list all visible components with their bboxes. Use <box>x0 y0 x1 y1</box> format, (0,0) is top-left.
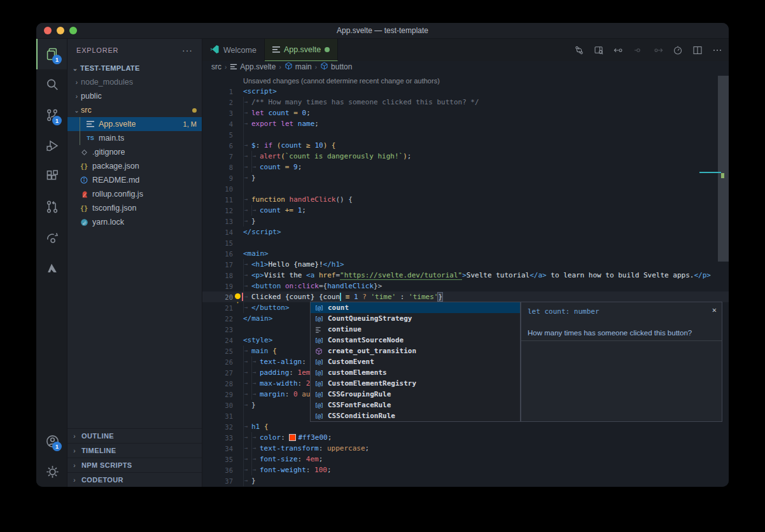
symbol-variable-icon: [@] <box>313 316 325 322</box>
step-forward-icon[interactable] <box>650 43 666 58</box>
editor-scrollbar[interactable] <box>718 76 729 262</box>
section-codetour[interactable]: ›CODETOUR <box>67 472 202 487</box>
activity-source-control[interactable]: 1 <box>36 100 67 130</box>
vscode-logo-icon <box>210 45 220 56</box>
unsaved-dot-icon[interactable] <box>325 47 330 52</box>
code-line-3[interactable]: 3→let count = 0; <box>202 108 729 118</box>
code-line-8[interactable]: 8→→count = 9; <box>202 162 729 172</box>
tree-item-public[interactable]: ›public <box>67 89 202 103</box>
code-line-19[interactable]: 19→<button on:click={handleClick}> <box>202 281 729 291</box>
activity-accounts[interactable]: 1 <box>36 426 67 456</box>
more-actions-icon[interactable]: ··· <box>182 45 193 55</box>
code-line-7[interactable]: 7→→alert(`count is dangerously high!`); <box>202 151 729 162</box>
activity-run-debug[interactable] <box>36 130 67 161</box>
suggestion-constantsourcenode[interactable]: [@]ConstantSourceNode <box>311 335 520 346</box>
code-line-9[interactable]: 9→} <box>202 172 729 183</box>
suggestion-customelementregistry[interactable]: [@]CustomElementRegistry <box>311 378 520 389</box>
section-outline[interactable]: ›OUTLINE <box>67 428 202 443</box>
activity-extensions[interactable] <box>36 161 67 192</box>
code-line-35[interactable]: 35→→font-size: 4em; <box>202 454 729 465</box>
tree-item-rollup-config-js[interactable]: rollup.config.js <box>67 187 202 201</box>
activity-github-pull-request[interactable] <box>36 192 67 222</box>
tree-item-yarn-lock[interactable]: yarn.lock <box>67 215 202 229</box>
tree-item--gitignore[interactable]: .gitignore <box>67 145 202 159</box>
step-back-icon[interactable] <box>611 43 626 58</box>
suggestion-customevent[interactable]: [@]CustomEvent <box>311 356 520 367</box>
code-line-18[interactable]: 18→<p>Visit the <a href="https://svelte.… <box>202 270 729 281</box>
file-label: tsconfig.json <box>92 204 136 213</box>
code-line-12[interactable]: 12→→count += 1; <box>202 205 729 216</box>
activity-explorer[interactable]: 1 <box>36 39 67 69</box>
activity-live-share[interactable] <box>36 222 67 253</box>
tab-welcome[interactable]: Welcome <box>202 39 265 61</box>
code-line-10[interactable]: 10 <box>202 183 729 194</box>
record-icon[interactable] <box>631 43 646 58</box>
suggestion-cssconditionrule[interactable]: [@]CSSConditionRule <box>311 410 520 421</box>
more-actions-icon[interactable] <box>710 43 725 58</box>
suggestion-signature: let count: number <box>528 307 600 316</box>
code-editor[interactable]: Unsaved changes (cannot determine recent… <box>202 73 729 487</box>
code-line-4[interactable]: 4→export let name; <box>202 118 729 129</box>
suggestion-continue[interactable]: continue <box>311 324 520 335</box>
suggestion-create_out_transition[interactable]: create_out_transition <box>311 346 520 356</box>
activity-settings[interactable] <box>36 456 67 487</box>
code-line-33[interactable]: 33→→color: #ff3e00; <box>202 432 729 443</box>
close-window-button[interactable] <box>44 27 52 34</box>
tree-item-package-json[interactable]: {}package.json <box>67 159 202 173</box>
code-line-2[interactable]: 2→/** How many times has someone clicked… <box>202 97 729 108</box>
section-timeline[interactable]: ›TIMELINE <box>67 443 202 458</box>
section-npm-scripts[interactable]: ›NPM SCRIPTS <box>67 458 202 472</box>
timer-icon[interactable] <box>670 43 685 58</box>
suggestion-countqueuingstrategy[interactable]: [@]CountQueuingStrategy <box>311 313 520 324</box>
breadcrumb-src[interactable]: src <box>211 62 221 71</box>
code-line-17[interactable]: 17→<h1>Hello {name}!</h1> <box>202 259 729 270</box>
live-share-icon <box>45 230 59 244</box>
split-editor-icon[interactable] <box>690 43 705 58</box>
file-label: .gitignore <box>92 148 125 157</box>
tab-label: App.svelte <box>284 45 321 54</box>
minimize-window-button[interactable] <box>57 27 64 34</box>
close-icon[interactable]: ✕ <box>712 305 717 314</box>
line-number: 23 <box>202 326 233 333</box>
code-line-32[interactable]: 32→h1 { <box>202 421 729 432</box>
activity-search[interactable] <box>36 69 67 100</box>
tree-item-main-ts[interactable]: TSmain.ts <box>67 131 202 145</box>
code-line-6[interactable]: 6→$: if (count ≥ 10) { <box>202 140 729 151</box>
symbol-variable-icon: [@] <box>313 391 325 398</box>
open-preview-icon[interactable] <box>591 43 607 58</box>
tree-item-node-modules[interactable]: ›node_modules <box>67 75 202 89</box>
code-line-13[interactable]: 13→} <box>202 216 729 227</box>
suggestion-customelements[interactable]: [@]customElements <box>311 367 520 378</box>
breadcrumb-button[interactable]: button <box>320 62 352 72</box>
chevron-right-icon: › <box>67 447 81 454</box>
suggestion-count[interactable]: [@]count <box>311 302 520 313</box>
code-line-1[interactable]: 1<script> <box>202 86 729 97</box>
svelte-file-icon <box>85 119 95 129</box>
suggestion-cssgroupingrule[interactable]: [@]CSSGroupingRule <box>311 389 520 400</box>
code-line-20[interactable]: 20→Clicked {count} {coun ≡ 1 ? 'time' : … <box>202 291 729 302</box>
tab-app-svelte[interactable]: App.svelte <box>265 39 338 61</box>
lightbulb-icon[interactable] <box>235 293 241 299</box>
code-line-5[interactable]: 5 <box>202 129 729 140</box>
breadcrumb-main[interactable]: main <box>284 62 312 72</box>
tree-item-src[interactable]: ⌄src <box>67 103 202 117</box>
azure-icon <box>45 261 59 275</box>
project-root-row[interactable]: ⌄ TEST-TEMPLATE <box>67 61 202 75</box>
code-line-36[interactable]: 36→→font-weight: 100; <box>202 465 729 475</box>
activity-azure[interactable] <box>36 253 67 283</box>
breadcrumb-app-svelte[interactable]: App.svelte <box>230 62 276 71</box>
suggestion-cssfontfacerule[interactable]: [@]CSSFontFaceRule <box>311 400 520 410</box>
tree-item-app-svelte[interactable]: App.svelte1, M <box>67 117 202 131</box>
code-line-16[interactable]: 16<main> <box>202 248 729 259</box>
line-number: 31 <box>202 412 233 420</box>
code-line-34[interactable]: 34→→text-transform: uppercase; <box>202 443 729 454</box>
code-line-15[interactable]: 15 <box>202 237 729 248</box>
maximize-window-button[interactable] <box>69 27 77 34</box>
tree-item-readme-md[interactable]: README.md <box>67 173 202 187</box>
compare-changes-icon[interactable] <box>572 43 587 58</box>
code-line-11[interactable]: 11→function handleClick() { <box>202 194 729 205</box>
svelte-file-icon <box>230 64 237 70</box>
code-line-37[interactable]: 37→} <box>202 475 729 486</box>
code-line-14[interactable]: 14</script> <box>202 227 729 237</box>
tree-item-tsconfig-json[interactable]: {}tsconfig.json <box>67 201 202 215</box>
